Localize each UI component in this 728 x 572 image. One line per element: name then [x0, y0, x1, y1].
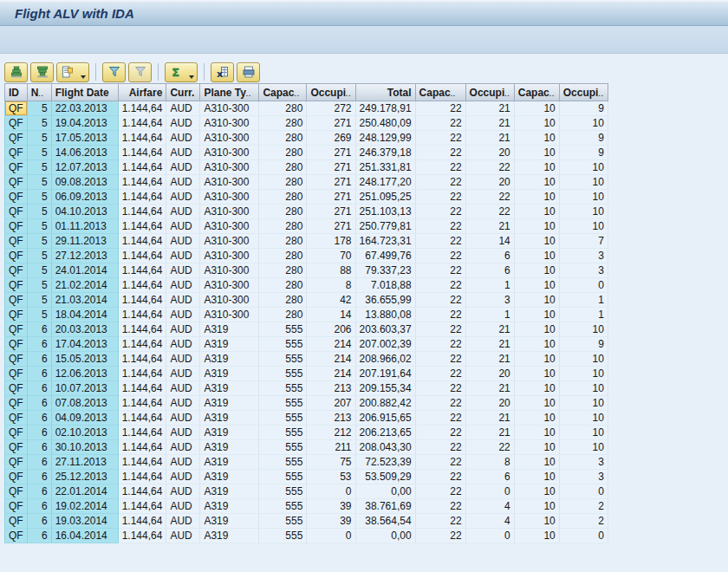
cell[interactable]: 22	[416, 190, 466, 205]
cell[interactable]: A319	[200, 381, 259, 396]
cell[interactable]: A319	[200, 322, 259, 337]
cell[interactable]: 3	[560, 470, 608, 484]
cell[interactable]: 0	[560, 484, 608, 499]
cell[interactable]: QF	[4, 499, 28, 514]
cell[interactable]: A319	[200, 396, 259, 411]
cell[interactable]: 10	[515, 322, 560, 337]
cell[interactable]: AUD	[166, 293, 200, 308]
cell[interactable]: QF	[4, 455, 28, 470]
cell[interactable]: 0	[466, 484, 515, 499]
cell[interactable]: 207.002,39	[356, 337, 416, 352]
cell[interactable]: 10	[515, 337, 560, 352]
cell[interactable]: 251.103,13	[356, 205, 416, 219]
cell[interactable]: 200.882,42	[356, 396, 416, 411]
cell[interactable]: 8	[307, 278, 355, 293]
cell[interactable]: QF	[4, 175, 28, 190]
cell[interactable]: 22	[416, 411, 466, 426]
cell[interactable]: 04.09.2013	[52, 411, 119, 426]
cell[interactable]: AUD	[166, 529, 200, 543]
cell[interactable]: 1.144,64	[119, 396, 167, 411]
cell[interactable]: 10	[560, 352, 608, 367]
cell[interactable]: 280	[259, 101, 307, 116]
cell[interactable]: 4	[466, 514, 515, 529]
cell[interactable]: 0	[466, 529, 515, 543]
cell[interactable]: 10	[515, 160, 560, 175]
export-spreadsheet-button[interactable]: x	[211, 62, 234, 82]
column-header-airfare[interactable]: Airfare	[119, 83, 167, 101]
cell[interactable]: 271	[307, 219, 355, 234]
cell[interactable]: A319	[200, 514, 259, 529]
cell[interactable]: 20.03.2013	[52, 322, 119, 337]
cell[interactable]: AUD	[166, 219, 200, 234]
cell[interactable]: 1.144,64	[119, 514, 167, 529]
cell[interactable]: 39	[307, 514, 355, 529]
cell[interactable]: A310-300	[200, 219, 259, 234]
cell[interactable]: 22	[416, 249, 466, 263]
cell[interactable]: AUD	[166, 322, 200, 337]
cell[interactable]: 10	[515, 205, 560, 219]
cell[interactable]: 1.144,64	[119, 293, 167, 308]
cell[interactable]: 1.144,64	[119, 455, 167, 470]
cell[interactable]: 280	[259, 116, 307, 131]
cell[interactable]: 248.177,20	[356, 175, 416, 190]
cell[interactable]: 10	[515, 470, 560, 484]
cell[interactable]: 555	[259, 455, 307, 470]
cell[interactable]: 10	[515, 499, 560, 514]
cell[interactable]: 22	[416, 514, 466, 529]
cell[interactable]: 22	[416, 381, 466, 396]
cell[interactable]: 21	[466, 131, 515, 146]
cell[interactable]: QF	[4, 367, 28, 381]
cell[interactable]: AUD	[166, 499, 200, 514]
cell[interactable]: A310-300	[200, 278, 259, 293]
cell[interactable]: 1.144,64	[119, 146, 167, 160]
cell[interactable]: 6	[466, 263, 515, 278]
cell[interactable]: AUD	[166, 234, 200, 249]
cell[interactable]: 6	[28, 499, 52, 514]
cell[interactable]: QF	[4, 234, 28, 249]
cell[interactable]: 14.06.2013	[52, 146, 119, 160]
cell[interactable]: AUD	[166, 455, 200, 470]
cell[interactable]: QF	[4, 205, 28, 219]
cell[interactable]: 3	[560, 263, 608, 278]
cell[interactable]: 10	[515, 190, 560, 205]
cell[interactable]: 22	[416, 160, 466, 175]
cell[interactable]: AUD	[166, 308, 200, 322]
cell[interactable]: 22	[416, 175, 466, 190]
set-filter-button[interactable]	[102, 62, 126, 82]
cell[interactable]: QF	[4, 249, 28, 263]
cell[interactable]: 22	[466, 160, 515, 175]
cell[interactable]: AUD	[166, 352, 200, 367]
cell[interactable]: 555	[259, 396, 307, 411]
column-header-total[interactable]: Total	[356, 83, 416, 101]
cell[interactable]: 22	[416, 484, 466, 499]
cell[interactable]: 9	[560, 146, 608, 160]
cell[interactable]: 5	[28, 190, 52, 205]
cell[interactable]: QF	[4, 190, 28, 205]
cell[interactable]: 280	[259, 234, 307, 249]
cell[interactable]: AUD	[166, 101, 200, 116]
cell[interactable]: 1.144,64	[119, 160, 167, 175]
cell[interactable]: 27.11.2013	[52, 455, 119, 470]
cell[interactable]: 555	[259, 411, 307, 426]
cell[interactable]: 280	[259, 308, 307, 322]
cell[interactable]: 6	[466, 249, 515, 263]
cell[interactable]: 6	[28, 396, 52, 411]
cell[interactable]: 1.144,64	[119, 101, 167, 116]
cell[interactable]: 22	[416, 455, 466, 470]
cell[interactable]: 10	[515, 396, 560, 411]
cell[interactable]: 0	[307, 484, 355, 499]
cell[interactable]: 10	[515, 234, 560, 249]
cell[interactable]: 10	[515, 514, 560, 529]
cell[interactable]: 5	[28, 131, 52, 146]
cell[interactable]: 5	[28, 278, 52, 293]
cell[interactable]: 79.337,23	[356, 263, 416, 278]
column-header-capac[interactable]: Capac..	[259, 83, 307, 101]
cell[interactable]: 10	[560, 205, 608, 219]
cell[interactable]: 22	[416, 293, 466, 308]
cell[interactable]: 10	[515, 263, 560, 278]
cell[interactable]: QF	[4, 116, 28, 131]
cell[interactable]: AUD	[166, 160, 200, 175]
cell[interactable]: 12.07.2013	[52, 160, 119, 175]
cell[interactable]: 10	[560, 219, 608, 234]
cell[interactable]: 6	[28, 337, 52, 352]
